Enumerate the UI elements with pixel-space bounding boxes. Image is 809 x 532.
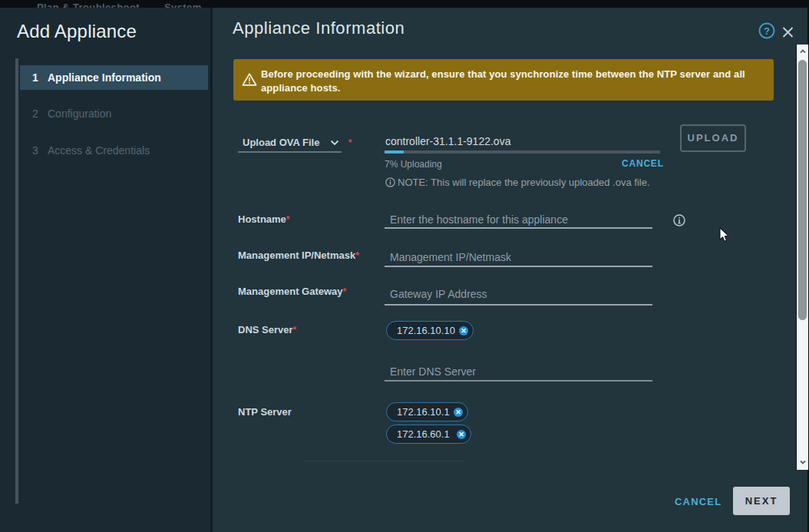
svg-text:?: ? (764, 25, 770, 37)
